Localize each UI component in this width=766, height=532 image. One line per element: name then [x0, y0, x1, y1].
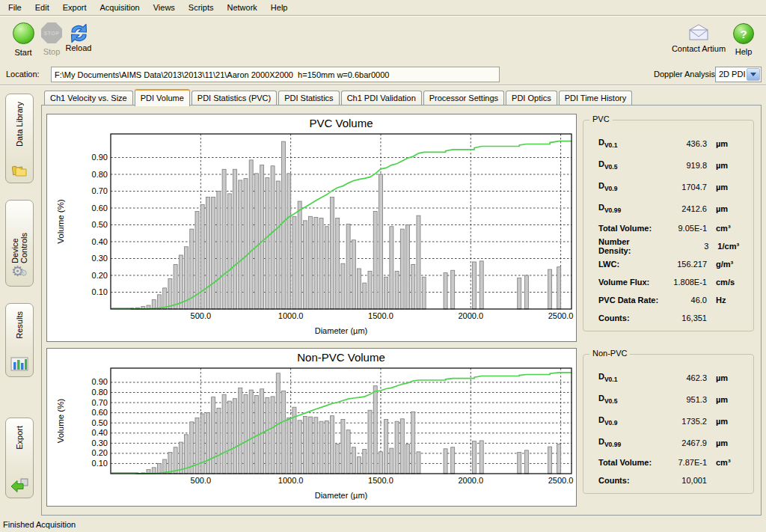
bar-chart-icon: [10, 356, 28, 371]
stat-label: DV0.1: [598, 372, 617, 383]
histogram-bar: [451, 270, 455, 309]
histogram-bar: [444, 273, 447, 309]
histogram-bar: [157, 295, 161, 309]
toolbar-divider: [0, 85, 766, 86]
reload-button[interactable]: Reload: [58, 22, 99, 52]
menu-item-acquisition[interactable]: Acquisition: [94, 1, 147, 14]
histogram-bar: [200, 414, 204, 474]
gears-icon: ⚙⚙: [11, 263, 28, 281]
histogram-bar: [406, 225, 410, 310]
stat-row: DV0.5919.8µm: [598, 154, 749, 176]
x-axis-label: Diameter (µm): [315, 491, 368, 500]
non-pvc-volume-chart: 0.100.200.300.400.500.600.700.800.90500.…: [46, 348, 577, 507]
histogram-bar: [518, 453, 521, 474]
sidebar-item-export[interactable]: Export: [5, 418, 34, 498]
histogram-bar: [548, 447, 552, 474]
stat-unit: µm: [707, 438, 749, 447]
histogram-bar: [314, 418, 318, 474]
stat-unit: cm³: [707, 458, 749, 467]
tab-pdi-optics[interactable]: PDI Optics: [506, 91, 557, 105]
histogram-bar: [444, 449, 447, 474]
sidebar-item-results[interactable]: Results: [5, 303, 34, 377]
histogram-bar: [358, 269, 361, 309]
folders-icon: [10, 162, 28, 177]
stat-label: DV0.99: [598, 203, 621, 214]
tab-pdi-time-history[interactable]: PDI Time History: [559, 91, 633, 105]
histogram-bar: [260, 389, 264, 474]
stat-unit: cm/s: [707, 278, 749, 287]
histogram-bar: [314, 217, 318, 309]
help-button[interactable]: ? Help: [729, 23, 759, 56]
sidebar-item-data-library[interactable]: Data Library: [5, 94, 34, 183]
y-tick-label: 0.50: [92, 418, 108, 427]
stat-value: 919.8: [659, 161, 707, 170]
histogram-bar: [473, 441, 477, 474]
y-tick-label: 0.40: [92, 428, 108, 437]
pvc-volume-chart: 0.100.200.300.400.500.600.700.800.90500.…: [46, 114, 577, 342]
doppler-analysis-select[interactable]: 2D PDI: [715, 67, 762, 82]
histogram-bar: [358, 457, 361, 474]
histogram-bar: [341, 419, 345, 474]
menu-item-views[interactable]: Views: [147, 1, 182, 14]
help-icon: ?: [733, 23, 754, 44]
histogram-bar: [352, 240, 355, 309]
stat-unit: µm: [707, 373, 749, 382]
histogram-bar: [282, 391, 286, 474]
chart-title: Non-PVC Volume: [297, 351, 385, 364]
doppler-analysis-label: Doppler Analysis:: [654, 70, 717, 79]
histogram-bar: [309, 417, 313, 474]
y-tick-label: 0.50: [92, 220, 108, 229]
y-tick-label: 0.70: [92, 186, 108, 195]
tab-pdi-volume[interactable]: PDI Volume: [135, 89, 190, 106]
histogram-bar: [524, 450, 528, 474]
histogram-bar: [395, 421, 399, 474]
location-label: Location:: [6, 70, 40, 79]
stat-row: DV0.91735.2µm: [598, 410, 749, 432]
combo-dropdown-button[interactable]: [747, 68, 760, 81]
stat-value: 2412.6: [659, 204, 707, 213]
location-input[interactable]: [51, 67, 500, 82]
menu-item-help[interactable]: Help: [264, 1, 295, 14]
histogram-bar: [479, 261, 483, 309]
stat-unit: µm: [707, 417, 749, 426]
contact-artium-label: Contact Artium: [672, 44, 726, 53]
stat-label: DV0.9: [598, 181, 617, 192]
menu-item-edit[interactable]: Edit: [28, 1, 56, 14]
histogram-bar: [363, 283, 367, 309]
stat-value: 951.3: [659, 395, 707, 404]
histogram-bar: [451, 447, 455, 474]
stat-unit: g/m³: [707, 260, 749, 269]
y-tick-label: 0.20: [92, 271, 108, 280]
tab-ch1-velocity-vs-size[interactable]: Ch1 Velocity vs. Size: [44, 91, 133, 105]
menu-divider: [0, 15, 766, 16]
histogram-bar: [373, 212, 377, 310]
tab-ch1-pdi-validation[interactable]: Ch1 PDI Validation: [341, 91, 422, 105]
menu-item-export[interactable]: Export: [56, 1, 94, 14]
histogram-bar: [346, 224, 350, 309]
y-tick-label: 0.70: [92, 398, 108, 407]
histogram-bar: [239, 180, 242, 309]
location-row: Location: Doppler Analysis: 2D PDI: [0, 66, 766, 84]
histogram-bar: [152, 300, 156, 309]
histogram-bar: [368, 271, 372, 309]
tab-pdi-statistics-pvc[interactable]: PDI Statistics (PVC): [192, 91, 277, 105]
histogram-bar: [422, 277, 426, 309]
histogram-bar: [395, 271, 399, 309]
menu-item-network[interactable]: Network: [220, 1, 263, 14]
menu-item-scripts[interactable]: Scripts: [182, 1, 221, 14]
stat-label: Total Volume:: [598, 224, 652, 233]
stat-value: 2467.9: [659, 438, 707, 447]
y-tick-label: 0.40: [92, 237, 108, 246]
chevron-down-icon: [750, 73, 756, 76]
contact-artium-button[interactable]: Contact Artium: [667, 24, 730, 53]
sidebar-item-label: Device Controls: [10, 208, 28, 263]
stat-unit: µm: [707, 183, 749, 192]
histogram-bar: [206, 413, 209, 474]
tab-pdi-statistics[interactable]: PDI Statistics: [278, 91, 339, 105]
histogram-bar: [239, 388, 242, 474]
x-tick-label: 2000.0: [458, 476, 483, 485]
tab-processor-settings[interactable]: Processor Settings: [423, 91, 504, 105]
histogram-bar: [287, 418, 291, 474]
sidebar-item-device-controls[interactable]: Device Controls⚙⚙: [5, 200, 34, 287]
menu-item-file[interactable]: File: [1, 1, 28, 14]
